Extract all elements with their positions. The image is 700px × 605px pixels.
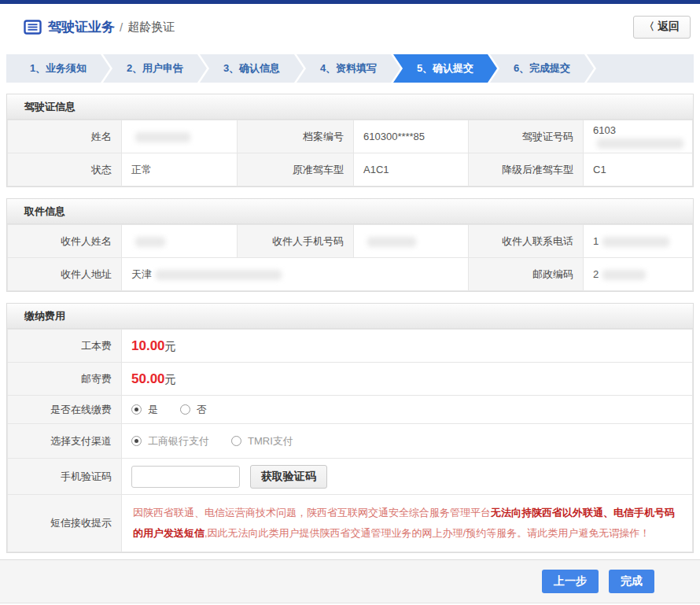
field-label: 收件人联系电话 xyxy=(469,225,584,258)
field-value-zip-code: 2 xyxy=(584,258,693,291)
radio-online-no[interactable] xyxy=(180,404,190,415)
section-title: 取件信息 xyxy=(7,199,693,224)
field-label: 姓名 xyxy=(8,120,122,153)
fee-unit: 元 xyxy=(165,340,176,352)
step-progress-bar: 1、业务须知 2、用户申告 3、确认信息 4、资料填写 5、确认提交 6、完成提… xyxy=(0,54,700,83)
radio-label[interactable]: TMRI支付 xyxy=(248,434,293,448)
step-bar-filler xyxy=(587,54,694,83)
field-value-name xyxy=(122,120,238,153)
field-label: 手机验证码 xyxy=(8,459,122,495)
field-value-production-fee: 10.00元 xyxy=(122,330,693,363)
table-row: 手机验证码 获取验证码 xyxy=(8,459,693,495)
chevron-left-icon: 〈 xyxy=(644,20,654,34)
breadcrumb-current: 超龄换证 xyxy=(127,20,175,35)
field-label: 短信接收提示 xyxy=(8,495,122,552)
field-value-recipient-address: 天津 xyxy=(122,258,469,291)
step-2-declaration[interactable]: 2、用户申告 xyxy=(103,54,207,83)
section-title: 驾驶证信息 xyxy=(7,94,693,120)
pickup-info-table: 收件人姓名 收件人手机号码 收件人联系电话 1 收件人地址 天津 邮政编码 2 xyxy=(7,224,693,291)
redacted-blur xyxy=(367,237,416,247)
field-label: 收件人手机号码 xyxy=(238,225,354,258)
field-label: 档案编号 xyxy=(238,120,354,153)
field-value-recipient-name xyxy=(122,225,238,258)
step-1-notice[interactable]: 1、业务须知 xyxy=(6,54,110,83)
redacted-blur xyxy=(135,237,165,247)
fee-unit: 元 xyxy=(165,373,176,386)
field-value-mailing-fee: 50.00元 xyxy=(122,363,693,396)
table-row: 工本费 10.00元 xyxy=(8,330,693,363)
sms-code-input[interactable] xyxy=(131,466,240,488)
step-6-complete[interactable]: 6、完成提交 xyxy=(490,54,594,83)
field-label: 降级后准驾车型 xyxy=(469,153,584,186)
fee-amount: 10.00 xyxy=(131,338,165,353)
breadcrumb-separator: / xyxy=(120,20,123,34)
back-button[interactable]: 〈 返回 xyxy=(633,16,691,39)
step-3-confirm-info[interactable]: 3、确认信息 xyxy=(200,54,304,83)
field-value-recipient-mobile xyxy=(354,225,469,258)
redacted-blur xyxy=(602,270,646,280)
payment-table: 工本费 10.00元 邮寄费 50.00元 是否在线缴费 是 否 选择支付渠道 xyxy=(7,329,693,552)
table-row: 短信接收提示 因陕西省联通、电信运营商技术问题，陕西省互联网交通安全综合服务管理… xyxy=(8,495,693,552)
table-row: 状态 正常 原准驾车型 A1C1 降级后准驾车型 C1 xyxy=(8,153,693,186)
license-service-list-icon xyxy=(24,20,42,35)
field-label: 工本费 xyxy=(8,330,122,363)
table-row: 姓名 档案编号 610300****85 驾驶证号码 6103 xyxy=(8,120,693,153)
fee-amount: 50.00 xyxy=(131,371,165,386)
payment-channel-options: 工商银行支付 TMRI支付 xyxy=(122,424,693,459)
page-title: 驾驶证业务 xyxy=(48,18,115,36)
redacted-blur xyxy=(135,132,190,142)
field-label: 邮寄费 xyxy=(8,363,122,396)
field-label: 状态 xyxy=(8,153,122,186)
field-label: 邮政编码 xyxy=(469,258,584,291)
radio-channel-tmri[interactable] xyxy=(231,436,241,446)
page-header: 驾驶证业务 / 超龄换证 〈 返回 xyxy=(0,4,700,50)
field-value-file-number: 610300****85 xyxy=(354,120,469,153)
online-payment-options: 是 否 xyxy=(122,396,693,424)
radio-label[interactable]: 是 xyxy=(148,403,158,417)
step-5-confirm-submit[interactable]: 5、确认提交 xyxy=(393,54,497,83)
radio-label[interactable]: 工商银行支付 xyxy=(148,434,209,448)
redacted-blur xyxy=(602,237,669,247)
radio-label[interactable]: 否 xyxy=(197,403,207,417)
table-row: 收件人地址 天津 邮政编码 2 xyxy=(8,258,693,291)
radio-online-yes[interactable] xyxy=(131,404,142,415)
radio-channel-icbc[interactable] xyxy=(131,436,142,446)
field-label: 是否在线缴费 xyxy=(8,396,122,424)
field-value-status: 正常 xyxy=(122,153,238,186)
section-title: 缴纳费用 xyxy=(7,304,693,329)
license-info-section: 驾驶证信息 姓名 档案编号 610300****85 驾驶证号码 6103 状态… xyxy=(6,94,694,187)
field-value-recipient-phone: 1 xyxy=(584,225,693,258)
sms-code-row: 获取验证码 xyxy=(122,459,693,495)
table-row: 收件人姓名 收件人手机号码 收件人联系电话 1 xyxy=(8,225,693,258)
field-label: 收件人姓名 xyxy=(8,225,122,258)
get-code-button[interactable]: 获取验证码 xyxy=(250,465,327,489)
field-value-license-number: 6103 xyxy=(584,120,693,153)
field-value-downgraded-class: C1 xyxy=(584,153,693,186)
footer-action-bar: 上一步 完成 xyxy=(0,559,700,603)
field-label: 驾驶证号码 xyxy=(469,120,584,153)
back-button-label: 返回 xyxy=(658,20,680,34)
redacted-blur xyxy=(156,270,282,280)
table-row: 选择支付渠道 工商银行支付 TMRI支付 xyxy=(8,424,693,459)
finish-button[interactable]: 完成 xyxy=(609,570,654,593)
previous-step-button[interactable]: 上一步 xyxy=(542,570,599,593)
payment-section: 缴纳费用 工本费 10.00元 邮寄费 50.00元 是否在线缴费 是 否 选择… xyxy=(6,303,694,553)
table-row: 是否在线缴费 是 否 xyxy=(8,396,693,424)
sms-notice-text: 因陕西省联通、电信运营商技术问题，陕西省互联网交通安全综合服务管理平台无法向持陕… xyxy=(122,495,693,552)
table-row: 邮寄费 50.00元 xyxy=(8,363,693,396)
pickup-info-section: 取件信息 收件人姓名 收件人手机号码 收件人联系电话 1 收件人地址 天津 邮政… xyxy=(6,198,694,292)
field-value-original-class: A1C1 xyxy=(354,153,469,186)
redacted-blur xyxy=(597,138,683,149)
field-label: 原准驾车型 xyxy=(238,153,354,186)
license-info-table: 姓名 档案编号 610300****85 驾驶证号码 6103 状态 正常 原准… xyxy=(7,120,693,186)
step-4-fill-data[interactable]: 4、资料填写 xyxy=(297,54,400,83)
field-label: 收件人地址 xyxy=(8,258,122,291)
field-label: 选择支付渠道 xyxy=(8,424,122,459)
